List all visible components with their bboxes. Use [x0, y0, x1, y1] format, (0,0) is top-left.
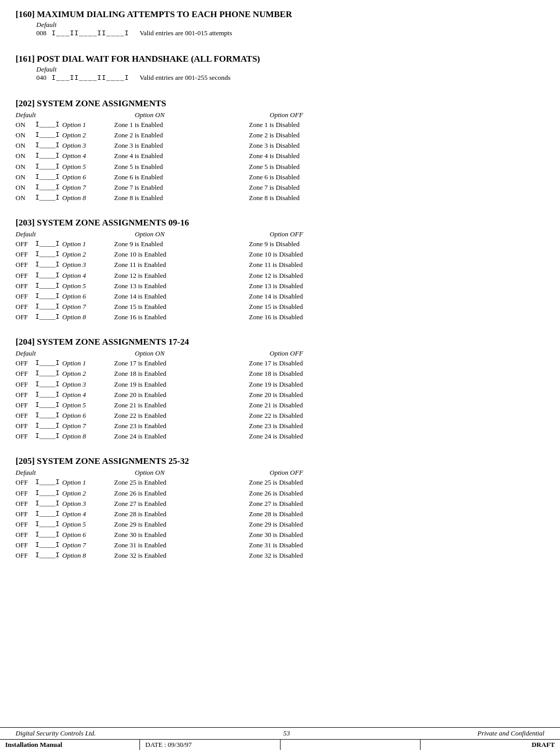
opt-bracket-204-1: I____I: [35, 358, 62, 369]
opt-name-204-8: Option 8: [62, 431, 114, 442]
opt-default-202-7: ON: [16, 182, 35, 193]
option-row-204-7: OFFI____IOption 7Zone 23 is EnabledZone …: [16, 421, 544, 431]
opt-default-204-6: OFF: [16, 411, 35, 421]
opt-default-205-6: OFF: [16, 530, 35, 540]
opt-off-204-3: Zone 19 is Disabled: [249, 379, 303, 390]
opt-default-202-8: ON: [16, 193, 35, 203]
opt-default-204-7: OFF: [16, 421, 35, 431]
section-title-204: [204] SYSTEM ZONE ASSIGNMENTS 17-24: [16, 337, 544, 347]
opt-default-203-6: OFF: [16, 291, 35, 302]
opt-on-204-8: Zone 24 is Enabled: [114, 431, 249, 442]
opt-off-204-8: Zone 24 is Disabled: [249, 431, 303, 442]
opt-name-204-7: Option 7: [62, 421, 114, 431]
col-off-label-205: Option OFF: [270, 469, 303, 477]
option-row-202-1: ONI____IOption 1Zone 1 is EnabledZone 1 …: [16, 120, 544, 130]
opt-default-204-4: OFF: [16, 390, 35, 400]
opt-bracket-204-6: I____I: [35, 411, 62, 421]
footer-company: Digital Security Controls Ltd.: [16, 729, 96, 738]
cols-header-204: DefaultOption ONOption OFF: [16, 349, 544, 358]
opt-name-203-5: Option 5: [62, 281, 114, 291]
opt-default-203-3: OFF: [16, 260, 35, 270]
option-row-203-6: OFFI____IOption 6Zone 14 is EnabledZone …: [16, 291, 544, 302]
opt-bracket-202-5: I____I: [35, 162, 62, 172]
option-row-202-7: ONI____IOption 7Zone 7 is EnabledZone 7 …: [16, 182, 544, 193]
opt-off-205-1: Zone 25 is Disabled: [249, 477, 303, 488]
opt-name-204-4: Option 4: [62, 390, 114, 400]
cols-header-202: DefaultOption ONOption OFF: [16, 111, 544, 119]
default-label-160: Default: [36, 21, 544, 29]
opt-bracket-205-1: I____I: [35, 477, 62, 488]
footer-date: DATE : 09/30/97: [140, 740, 280, 750]
option-row-204-1: OFFI____IOption 1Zone 17 is EnabledZone …: [16, 358, 544, 369]
opt-bracket-205-2: I____I: [35, 488, 62, 499]
opt-name-205-6: Option 6: [62, 530, 114, 540]
opt-off-203-6: Zone 14 is Disabled: [249, 291, 303, 302]
opt-off-205-2: Zone 26 is Disabled: [249, 488, 303, 499]
opt-on-205-8: Zone 32 is Enabled: [114, 550, 249, 561]
default-num-161: 040: [36, 74, 47, 82]
footer-manual: Installation Manual: [0, 740, 140, 750]
opt-off-205-8: Zone 32 is Disabled: [249, 550, 303, 561]
opt-name-203-4: Option 4: [62, 271, 114, 281]
col-on-label-204: Option ON: [135, 349, 270, 358]
opt-off-205-3: Zone 27 is Disabled: [249, 499, 303, 509]
opt-name-204-5: Option 5: [62, 400, 114, 411]
section-title-202: [202] SYSTEM ZONE ASSIGNMENTS: [16, 98, 544, 109]
opt-default-205-5: OFF: [16, 519, 35, 530]
option-row-203-8: OFFI____IOption 8Zone 16 is EnabledZone …: [16, 312, 544, 322]
opt-bracket-205-3: I____I: [35, 499, 62, 509]
default-label-161: Default: [36, 65, 544, 74]
opt-off-204-5: Zone 21 is Disabled: [249, 400, 303, 411]
option-row-205-5: OFFI____IOption 5Zone 29 is EnabledZone …: [16, 519, 544, 530]
opt-off-202-3: Zone 3 is Disabled: [249, 140, 300, 151]
section-title-160: [160] MAXIMUM DIALING ATTEMPTS TO EACH P…: [16, 9, 544, 20]
option-row-203-1: OFFI____IOption 1Zone 9 is EnabledZone 9…: [16, 239, 544, 249]
opt-default-202-6: ON: [16, 172, 35, 182]
footer-confidential: Private and Confidential: [478, 729, 544, 738]
col-on-label-202: Option ON: [135, 111, 270, 119]
opt-on-204-3: Zone 19 is Enabled: [114, 379, 249, 390]
opt-off-203-4: Zone 12 is Disabled: [249, 271, 303, 281]
opt-bracket-205-6: I____I: [35, 530, 62, 540]
dip-switch-161: I___II____II____I: [52, 74, 130, 82]
opt-default-204-5: OFF: [16, 400, 35, 411]
opt-on-204-2: Zone 18 is Enabled: [114, 369, 249, 379]
opt-name-203-7: Option 7: [62, 302, 114, 312]
opt-bracket-202-4: I____I: [35, 151, 62, 161]
option-row-202-8: ONI____IOption 8Zone 8 is EnabledZone 8 …: [16, 193, 544, 203]
opt-name-203-2: Option 2: [62, 249, 114, 260]
opt-bracket-202-3: I____I: [35, 140, 62, 151]
opt-name-202-3: Option 3: [62, 140, 114, 151]
opt-bracket-203-3: I____I: [35, 260, 62, 270]
default-num-160: 008: [36, 29, 47, 37]
opt-off-202-8: Zone 8 is Disabled: [249, 193, 300, 203]
opt-default-203-4: OFF: [16, 271, 35, 281]
col-off-label-202: Option OFF: [270, 111, 303, 119]
opt-off-202-1: Zone 1 is Disabled: [249, 120, 300, 130]
opt-on-203-1: Zone 9 is Enabled: [114, 239, 249, 249]
opt-on-205-6: Zone 30 is Enabled: [114, 530, 249, 540]
page-footer: Digital Security Controls Ltd. 53 Privat…: [0, 727, 560, 750]
opt-on-202-2: Zone 2 is Enabled: [114, 130, 249, 140]
option-row-205-7: OFFI____IOption 7Zone 31 is EnabledZone …: [16, 540, 544, 550]
opt-bracket-202-7: I____I: [35, 182, 62, 193]
opt-off-202-2: Zone 2 is Disabled: [249, 130, 300, 140]
opt-default-202-3: ON: [16, 140, 35, 151]
opt-name-202-8: Option 8: [62, 193, 114, 203]
option-row-202-6: ONI____IOption 6Zone 6 is EnabledZone 6 …: [16, 172, 544, 182]
opt-on-202-5: Zone 5 is Enabled: [114, 162, 249, 172]
col-off-label-204: Option OFF: [270, 349, 303, 358]
opt-off-205-6: Zone 30 is Disabled: [249, 530, 303, 540]
opt-off-202-5: Zone 5 is Disabled: [249, 162, 300, 172]
opt-name-203-1: Option 1: [62, 239, 114, 249]
section-203: [203] SYSTEM ZONE ASSIGNMENTS 09-16Defau…: [16, 218, 544, 330]
opt-off-204-7: Zone 23 is Disabled: [249, 421, 303, 431]
opt-off-203-5: Zone 13 is Disabled: [249, 281, 303, 291]
option-row-205-2: OFFI____IOption 2Zone 26 is EnabledZone …: [16, 488, 544, 499]
opt-on-205-1: Zone 25 is Enabled: [114, 477, 249, 488]
opt-default-204-2: OFF: [16, 369, 35, 379]
opt-name-203-3: Option 3: [62, 260, 114, 270]
option-row-202-5: ONI____IOption 5Zone 5 is EnabledZone 5 …: [16, 162, 544, 172]
opt-off-205-4: Zone 28 is Disabled: [249, 509, 303, 519]
opt-on-205-4: Zone 28 is Enabled: [114, 509, 249, 519]
